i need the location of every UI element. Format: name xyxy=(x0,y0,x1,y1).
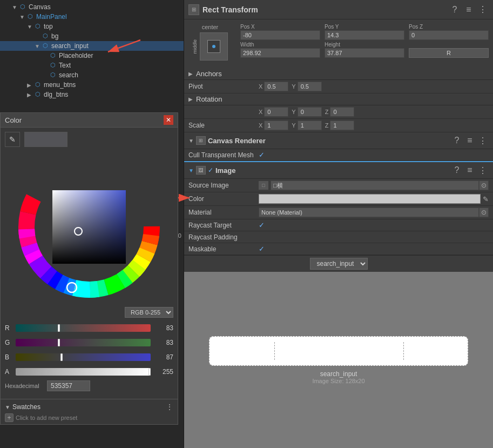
rotation-section-header[interactable]: ▶ Rotation xyxy=(184,93,493,105)
source-image-select-button[interactable]: ⊙ xyxy=(479,180,489,190)
tree-label-dlg-btns: dlg_btns xyxy=(44,91,68,98)
rot-x-input[interactable] xyxy=(264,107,288,117)
image-check[interactable]: ✓ xyxy=(208,166,213,174)
pivot-x-input[interactable] xyxy=(264,82,288,91)
bottom-bar: search_input xyxy=(184,255,493,272)
cube-icon-placeholder: ⬡ xyxy=(49,52,57,59)
tree-label-bg: bg xyxy=(51,32,58,40)
rot-x-group: X xyxy=(259,107,288,117)
hex-input[interactable] xyxy=(47,380,90,391)
field-input-pos-y[interactable] xyxy=(325,30,404,40)
tree-label-canvas: Canvas xyxy=(29,3,51,11)
field-input-width[interactable] xyxy=(240,48,320,58)
slider-row-g: G 83 xyxy=(5,337,173,349)
slider-track-r[interactable] xyxy=(16,324,151,332)
slider-label-a: A xyxy=(5,368,12,376)
maskable-label: Maskable xyxy=(188,245,259,253)
rgb-mode-select[interactable]: RGB 0-255 xyxy=(125,307,173,318)
preview-dashed-left xyxy=(274,342,275,360)
field-width: Width xyxy=(240,42,320,58)
rot-y-label: Y xyxy=(292,109,295,115)
slider-track-g[interactable] xyxy=(16,339,151,346)
scale-xyz: X Y Z xyxy=(259,121,489,130)
canvas-renderer-preset-button[interactable]: ≡ xyxy=(464,135,476,146)
inspector-help-button[interactable]: ? xyxy=(449,4,461,16)
canvas-renderer-expand: ▼ xyxy=(188,138,194,144)
pivot-y-input[interactable] xyxy=(298,82,322,91)
canvas-renderer-help-button[interactable]: ? xyxy=(451,135,463,146)
raycast-target-check: ✓ xyxy=(259,221,265,229)
preview-area: search_input Image Size: 128x20 xyxy=(184,272,493,448)
tree-arrow-dlg-btns: ▶ xyxy=(27,92,33,98)
swatches-header: ▼ Swatches ⋮ xyxy=(5,403,173,411)
tree-item-menu-btns[interactable]: ▶ ⬡ menu_btns xyxy=(0,80,184,90)
color-pipette-button[interactable]: ✎ xyxy=(483,195,489,203)
swatches-title: Swatches xyxy=(12,403,166,411)
field-input-height[interactable] xyxy=(325,48,404,58)
material-input[interactable] xyxy=(259,208,479,217)
canvas-renderer-menu-button[interactable]: ⋮ xyxy=(477,135,489,146)
anchor-grid[interactable] xyxy=(200,32,228,61)
field-pos-y: Pos Y xyxy=(325,24,404,40)
scale-x-group: X xyxy=(259,121,288,130)
color-wheel-container[interactable] xyxy=(13,151,165,303)
inspector-menu-button[interactable]: ⋮ xyxy=(477,4,489,16)
tree-item-bg[interactable]: ▶ ⬡ bg xyxy=(0,31,184,41)
source-image-input[interactable] xyxy=(271,180,479,190)
tree-item-mainpanel[interactable]: ▼ ⬡ MainPanel xyxy=(0,12,184,22)
swatches-add-preset[interactable]: + Click to add new preset xyxy=(5,413,173,422)
rect-transform-icon: ⊞ xyxy=(188,4,199,15)
image-color-field: ✎ xyxy=(259,194,489,204)
anchors-title: Anchors xyxy=(196,70,222,78)
object-name-select[interactable]: search_input xyxy=(310,258,368,270)
material-label: Material xyxy=(188,209,259,216)
hex-label: Hexadecimal xyxy=(5,383,43,389)
slider-value-a: 255 xyxy=(154,368,173,376)
rt-fields: Pos X Pos Y Pos Z Width Height xyxy=(240,24,489,58)
slider-label-b: B xyxy=(5,353,12,361)
tree-label-mainpanel: MainPanel xyxy=(36,13,67,21)
tree-item-top[interactable]: ▼ ⬡ top xyxy=(0,22,184,31)
swatches-menu-button[interactable]: ⋮ xyxy=(166,403,173,411)
image-component-icon: 🖼 xyxy=(196,166,206,175)
image-help-button[interactable]: ? xyxy=(451,164,463,176)
field-label-r xyxy=(409,42,489,48)
scale-x-input[interactable] xyxy=(264,121,288,130)
hierarchy-panel: ▼ ⬡ Canvas ▼ ⬡ MainPanel ▼ ⬡ top ▶ xyxy=(0,0,184,448)
image-menu-button[interactable]: ⋮ xyxy=(477,164,489,176)
slider-track-b[interactable] xyxy=(16,353,151,361)
scale-z-input[interactable] xyxy=(330,121,354,130)
material-select-button[interactable]: ⊙ xyxy=(479,208,489,217)
tree-arrow-canvas: ▼ xyxy=(12,4,18,10)
tree-item-placeholder[interactable]: ▶ ⬡ Placeholder xyxy=(0,51,184,61)
slider-row-a: A 255 xyxy=(5,366,173,378)
rot-z-label: Z xyxy=(325,109,329,115)
tree-item-canvas[interactable]: ▼ ⬡ Canvas xyxy=(0,2,184,12)
maskable-row: Maskable ✓ xyxy=(184,243,493,255)
tree-item-dlg-btns[interactable]: ▶ ⬡ dlg_btns xyxy=(0,90,184,99)
rot-y-input[interactable] xyxy=(298,107,322,117)
cull-transparent-label: Cull Transparent Mesh xyxy=(188,151,259,159)
rot-z-input[interactable] xyxy=(330,107,354,117)
image-preset-button[interactable]: ≡ xyxy=(464,164,476,176)
cull-transparent-row: Cull Transparent Mesh ✓ xyxy=(184,149,493,161)
tree-item-search[interactable]: ▶ ⬡ search xyxy=(0,70,184,80)
tree-item-search-input[interactable]: ▼ ⬡ search_input xyxy=(0,41,184,51)
slider-thumb-b xyxy=(60,353,63,361)
field-input-pos-x[interactable] xyxy=(240,30,320,40)
color-wheel-svg[interactable] xyxy=(13,151,165,303)
slider-track-a[interactable] xyxy=(16,368,151,376)
tree-item-text[interactable]: ▶ ⬡ Text xyxy=(0,61,184,70)
eyedropper-button[interactable]: ✎ xyxy=(5,132,20,147)
scale-y-input[interactable] xyxy=(298,121,322,130)
material-field: ⊙ xyxy=(259,208,489,217)
image-color-row: Color ✎ xyxy=(184,192,493,206)
anchors-section-header[interactable]: ▶ Anchors xyxy=(184,68,493,80)
image-color-swatch[interactable] xyxy=(259,194,481,204)
material-row: Material ⊙ xyxy=(184,206,493,219)
field-input-pos-z[interactable] xyxy=(409,30,489,40)
inspector-preset-button[interactable]: ≡ xyxy=(463,4,475,16)
color-panel-close-button[interactable]: ✕ xyxy=(164,115,173,125)
color-preview-box[interactable] xyxy=(24,132,67,147)
r-button[interactable]: R xyxy=(409,48,489,58)
